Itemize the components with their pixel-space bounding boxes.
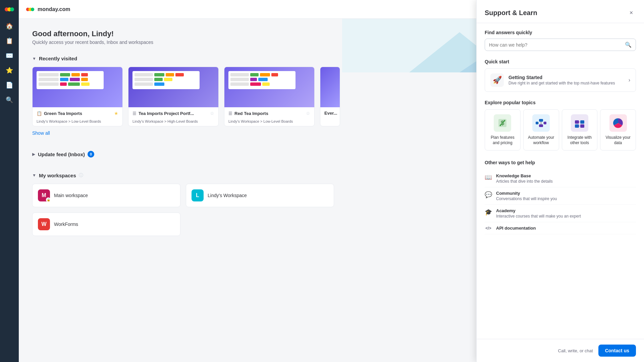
board-path-2: Lindy's Workspace > Low-Level Boards [224, 119, 314, 126]
recently-visited-chevron[interactable]: ▼ [32, 56, 36, 61]
knowledge-base-icon: 📖 [485, 174, 492, 181]
support-close-button[interactable]: × [627, 8, 636, 17]
board-card-3[interactable]: Ever... [320, 67, 340, 126]
workspace-item-1[interactable]: L Lindy's Workspace [186, 184, 334, 207]
show-all-button[interactable]: Show all [32, 130, 50, 136]
explore-grid: $ Plan features and pricing [485, 109, 636, 150]
board-name-1: Tea Imports Project Portf... [139, 111, 194, 116]
board-card-0[interactable]: 📋 Green Tea Imports ★ Lindy's Workspace … [32, 67, 123, 126]
help-item-academy[interactable]: 🎓 Academy Interactive courses that will … [485, 205, 636, 222]
board-preview-inner-1 [132, 71, 200, 89]
explore-card-label-3: Visualize your data [604, 135, 632, 145]
workspace-initial-2: W [41, 221, 46, 227]
support-header: Support & Learn × [477, 0, 644, 23]
workspace-item-2[interactable]: W WorkForms [32, 213, 180, 236]
update-feed-title: Update feed (Inbox) [38, 152, 85, 157]
support-search-input[interactable] [489, 42, 625, 48]
app-logo: monday.com [25, 5, 70, 14]
workspace-initial-0: M [42, 192, 46, 198]
explore-card-label-0: Plan features and pricing [488, 135, 517, 145]
community-title: Community [496, 191, 557, 196]
api-icon: </> [485, 226, 492, 231]
explore-icon-0: $ [494, 114, 511, 132]
svg-point-5 [31, 7, 35, 11]
explore-card-label-2: Integrate with other tools [566, 135, 594, 145]
workspaces-chevron[interactable]: ▼ [32, 173, 36, 178]
api-title: API documentation [496, 226, 536, 231]
workspace-name-2: WorkForms [54, 222, 78, 227]
explore-card-3[interactable]: Visualize your data [600, 109, 636, 150]
workspace-item-0[interactable]: M 🔒 Main workspace [32, 184, 180, 207]
getting-started-title: Getting Started [508, 75, 624, 80]
help-item-community[interactable]: 💬 Community Conversations that will insp… [485, 187, 636, 205]
sidebar-boards[interactable]: 📋 [3, 35, 15, 47]
board-path-1: Lindy's Workspace > High-Level Boards [128, 119, 218, 126]
board-star-2[interactable]: ☆ [306, 111, 310, 116]
knowledge-base-title: Knowledge Base [496, 173, 553, 178]
find-answers-label: Find answers quickly [485, 30, 636, 35]
board-card-title-0: 📋 Green Tea Imports [37, 111, 82, 116]
explore-card-2[interactable]: Integrate with other tools [562, 109, 598, 150]
svg-point-2 [10, 7, 14, 11]
search-icon: 🔍 [625, 42, 632, 48]
getting-started-card[interactable]: 🚀 Getting Started Dive right in and get … [485, 68, 636, 92]
support-panel: Support & Learn × Find answers quickly 🔍… [476, 0, 644, 362]
workspace-name-0: Main workspace [54, 193, 88, 198]
explore-card-label-1: Automate your workflow [527, 135, 555, 145]
sidebar-workdocs[interactable]: 📄 [3, 79, 15, 91]
board-icon-0: 📋 [37, 111, 42, 116]
contact-us-button[interactable]: Contact us [598, 345, 636, 357]
board-card-title-2: ☰ Red Tea Imports [228, 111, 268, 116]
knowledge-base-desc: Articles that dive into the details [496, 179, 553, 184]
explore-card-0[interactable]: $ Plan features and pricing [485, 109, 521, 150]
workspaces-grid: M 🔒 Main workspace L Lindy's Workspace W [32, 184, 334, 236]
search-box: 🔍 [485, 39, 636, 51]
rocket-icon: 🚀 [490, 73, 504, 87]
explore-card-1[interactable]: Automate your workflow [523, 109, 559, 150]
explore-label: Explore popular topics [485, 100, 636, 105]
board-star-0[interactable]: ★ [114, 111, 118, 116]
sidebar-search[interactable]: 🔍 [3, 94, 15, 106]
sidebar-home[interactable]: 🏠 [3, 20, 15, 32]
sidebar-logo [4, 4, 15, 15]
workspaces-info-icon[interactable]: ⓘ [79, 172, 83, 178]
svg-rect-27 [575, 120, 579, 124]
community-icon: 💬 [485, 191, 492, 198]
help-item-text-0: Knowledge Base Articles that dive into t… [496, 173, 553, 184]
sidebar: 🏠 📋 ✉️ ⭐ 📄 🔍 [0, 0, 19, 362]
svg-rect-20 [539, 119, 543, 122]
board-card-preview-2 [224, 67, 314, 107]
community-desc: Conversations that will inspire you [496, 196, 557, 201]
academy-title: Academy [496, 208, 581, 213]
quick-start-label: Quick start [485, 59, 636, 64]
recently-visited-title: Recently visited [39, 56, 77, 61]
board-card-info-1: ☰ Tea Imports Project Portf... ☆ [128, 107, 218, 119]
sidebar-favorites[interactable]: ⭐ [3, 64, 15, 76]
sidebar-inbox[interactable]: ✉️ [3, 50, 15, 62]
svg-rect-21 [539, 124, 543, 127]
board-card-1[interactable]: ☰ Tea Imports Project Portf... ☆ Lindy's… [128, 67, 219, 126]
help-item-text-3: API documentation [496, 226, 536, 231]
board-card-preview-0 [33, 67, 122, 107]
other-ways-label: Other ways to get help [485, 160, 636, 165]
board-card-title-1: ☰ Tea Imports Project Portf... [132, 111, 194, 116]
board-star-1[interactable]: ☆ [210, 111, 214, 116]
explore-icon-1 [532, 114, 550, 132]
board-name-0: Green Tea Imports [44, 111, 82, 116]
workspace-avatar-2: W [38, 218, 50, 230]
workspace-lock-icon-0: 🔒 [46, 197, 51, 202]
workspace-name-1: Lindy's Workspace [208, 193, 247, 198]
board-icon-1: ☰ [132, 111, 137, 116]
board-name-3: Ever... [324, 111, 337, 116]
help-item-knowledge-base[interactable]: 📖 Knowledge Base Articles that dive into… [485, 170, 636, 187]
board-icon-2: ☰ [228, 111, 232, 116]
board-name-2: Red Tea Imports [234, 111, 268, 116]
explore-icon-2 [571, 114, 588, 132]
svg-rect-23 [544, 122, 546, 124]
help-item-api[interactable]: </> API documentation [485, 222, 636, 234]
board-card-preview-3 [320, 67, 340, 107]
board-card-2[interactable]: ☰ Red Tea Imports ☆ Lindy's Workspace > … [224, 67, 315, 126]
board-preview-inner-0 [37, 71, 104, 89]
support-title: Support & Learn [485, 9, 537, 17]
svg-rect-30 [580, 124, 584, 128]
